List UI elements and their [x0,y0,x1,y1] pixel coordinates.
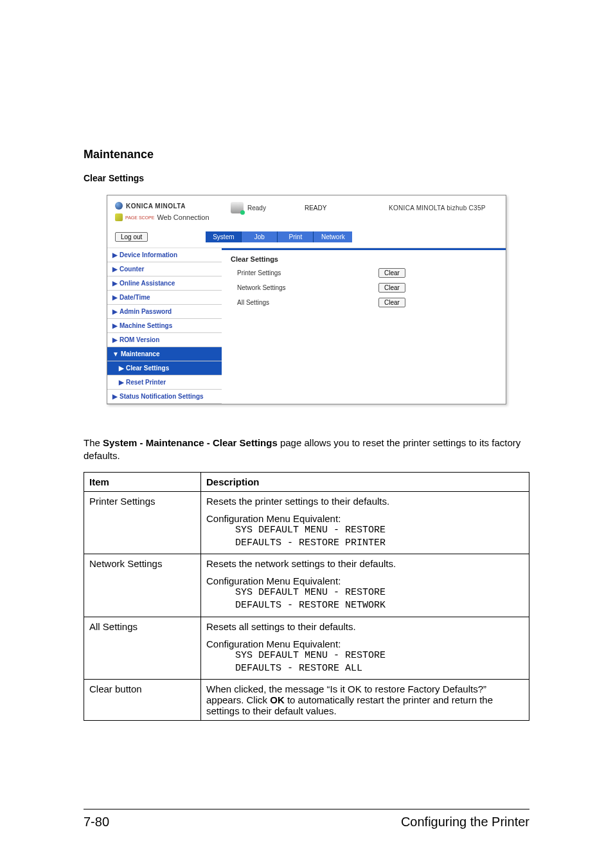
clear-row-network: Network Settings Clear [231,283,497,293]
tab-bar: System Job Print Network [206,231,352,242]
cell-item: Clear button [84,680,201,721]
caret-right-icon: ▶ [112,322,118,329]
tab-system[interactable]: System [206,231,242,242]
screenshot-header: KONICA MINOLTA PAGE SCOPE Web Connection… [107,195,506,221]
caret-right-icon: ▶ [112,336,118,343]
cme-label: Configuration Menu Equivalent: [206,513,524,524]
sidebar-item-admin-password[interactable]: ▶Admin Password [107,305,222,319]
sidebar-item-label: Maintenance [121,350,160,357]
sidebar-item-device-information[interactable]: ▶Device Information [107,248,222,262]
sidebar-item-counter[interactable]: ▶Counter [107,262,222,276]
brand-block: KONICA MINOLTA PAGE SCOPE Web Connection [115,202,231,221]
caret-right-icon: ▶ [119,379,124,386]
sidebar-item-reset-printer[interactable]: ▶Reset Printer [107,375,222,390]
sidebar-item-label: Admin Password [120,308,172,315]
cell-item: All Settings [84,617,201,680]
clear-button-all[interactable]: Clear [378,298,405,307]
web-connection-label: Web Connection [157,213,209,221]
content-title: Clear Settings [231,255,497,263]
clear-row-printer: Printer Settings Clear [231,268,497,278]
desc-text: Resets all settings to their defaults. [206,621,524,632]
page-footer: 7-80 Configuring the Printer [84,809,529,829]
logout-button[interactable]: Log out [115,232,148,242]
toolbar: Log out System Job Print Network [107,221,506,248]
caret-right-icon: ▶ [112,393,118,400]
sidebar-item-maintenance[interactable]: ▼Maintenance [107,347,222,361]
cme-path: SYS DEFAULT MENU - RESTORE DEFAULTS - RE… [235,649,524,676]
sidebar: ▶Device Information ▶Counter ▶Online Ass… [107,248,222,404]
tab-job[interactable]: Job [242,231,278,242]
sidebar-item-rom-version[interactable]: ▶ROM Version [107,333,222,347]
cell-desc: Resets the printer settings to their def… [201,491,529,554]
clear-row-all: All Settings Clear [231,298,497,307]
col-description: Description [201,472,529,491]
cme-path: SYS DEFAULT MENU - RESTORE DEFAULTS - RE… [235,524,524,550]
clear-row-label: All Settings [231,299,378,306]
caret-right-icon: ▶ [112,251,118,258]
heading-clear-settings: Clear Settings [84,173,529,183]
sidebar-item-label: Counter [120,266,144,273]
sidebar-item-label: Date/Time [120,294,150,301]
ready-text: READY [305,204,326,212]
brand-text: KONICA MINOLTA [126,203,186,210]
screenshot-body: ▶Device Information ▶Counter ▶Online Ass… [107,248,506,404]
desc-bold: OK [270,694,285,705]
table-row: Clear button When clicked, the message “… [84,680,529,721]
intro-paragraph: The System - Maintenance - Clear Setting… [84,437,529,463]
tab-print[interactable]: Print [278,231,314,242]
sidebar-item-label: Online Assistance [120,280,175,287]
plug-icon [115,213,123,221]
printer-icon [231,202,244,213]
caret-right-icon: ▶ [112,266,118,273]
sidebar-item-clear-settings[interactable]: ▶Clear Settings [107,361,222,375]
status-ready-label: Ready [247,204,266,212]
para-bold: System - Maintenance - Clear Settings [103,437,278,448]
sidebar-item-label: Clear Settings [126,365,169,372]
sidebar-item-label: Reset Printer [126,379,166,386]
clear-button-network[interactable]: Clear [378,283,405,293]
caret-right-icon: ▶ [119,365,124,372]
status-block: Ready READY [231,202,389,213]
sidebar-item-machine-settings[interactable]: ▶Machine Settings [107,319,222,333]
caret-right-icon: ▶ [112,294,118,301]
sidebar-item-label: ROM Version [120,336,159,343]
content-panel: Clear Settings Printer Settings Clear Ne… [222,248,506,404]
clear-row-label: Printer Settings [231,269,378,276]
sidebar-item-label: Machine Settings [120,322,172,329]
model-name: KONICA MINOLTA bizhub C35P [389,202,498,212]
caret-down-icon: ▼ [112,350,119,357]
cell-desc: Resets the network settings to their def… [201,554,529,617]
col-item: Item [84,472,201,491]
caret-right-icon: ▶ [112,308,118,315]
connection-line: PAGE SCOPE Web Connection [115,213,231,221]
desc-text: Resets the network settings to their def… [206,558,524,569]
cme-label: Configuration Menu Equivalent: [206,575,524,586]
sidebar-item-label: Device Information [120,251,177,258]
sidebar-item-online-assistance[interactable]: ▶Online Assistance [107,276,222,291]
desc-text: Resets the printer settings to their def… [206,496,524,507]
heading-maintenance: Maintenance [84,148,529,161]
cell-desc: When clicked, the message “Is it OK to r… [201,680,529,721]
cell-item: Network Settings [84,554,201,617]
sidebar-item-status-notification[interactable]: ▶Status Notification Settings [107,390,222,404]
cell-item: Printer Settings [84,491,201,554]
admin-ui-screenshot: KONICA MINOLTA PAGE SCOPE Web Connection… [107,195,506,404]
cme-path: SYS DEFAULT MENU - RESTORE DEFAULTS - RE… [235,586,524,613]
page-number: 7-80 [84,815,109,829]
pagescope-label: PAGE SCOPE [125,215,154,220]
table-row: All Settings Resets all settings to thei… [84,617,529,680]
caret-right-icon: ▶ [112,280,118,287]
sidebar-item-date-time[interactable]: ▶Date/Time [107,291,222,305]
table-row: Printer Settings Resets the printer sett… [84,491,529,554]
para-pre: The [84,437,103,448]
cme-label: Configuration Menu Equivalent: [206,638,524,649]
tab-network[interactable]: Network [314,231,352,242]
footer-section: Configuring the Printer [401,815,529,829]
sidebar-item-label: Status Notification Settings [120,393,204,400]
table-row: Network Settings Resets the network sett… [84,554,529,617]
globe-icon [115,202,123,210]
settings-table: Item Description Printer Settings Resets… [84,472,529,721]
clear-row-label: Network Settings [231,284,378,291]
clear-button-printer[interactable]: Clear [378,268,405,278]
brand-line: KONICA MINOLTA [115,202,231,210]
